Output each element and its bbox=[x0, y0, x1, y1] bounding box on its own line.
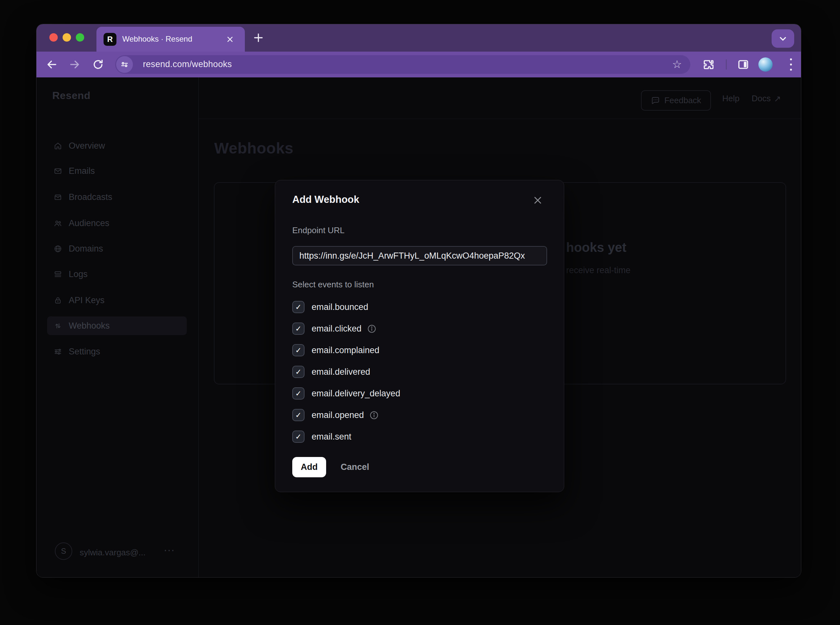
checkbox-checked-icon[interactable]: ✓ bbox=[292, 301, 305, 313]
tab-search-button[interactable] bbox=[772, 30, 794, 48]
chevron-down-icon bbox=[778, 33, 789, 44]
add-webhook-modal: Add Webhook Endpoint URL Select events t… bbox=[275, 180, 564, 492]
sidebar-divider bbox=[198, 78, 199, 577]
checkbox-checked-icon[interactable]: ✓ bbox=[292, 322, 305, 335]
empty-state-subtext-fragment: receive real-time bbox=[566, 266, 631, 275]
empty-state-heading-fragment: hooks yet bbox=[566, 240, 627, 255]
add-button[interactable]: Add bbox=[292, 457, 326, 477]
forward-icon[interactable] bbox=[69, 58, 81, 71]
url-text: resend.com/webhooks bbox=[143, 55, 232, 74]
resend-logo[interactable]: Resend bbox=[52, 90, 91, 102]
info-icon[interactable] bbox=[367, 324, 377, 334]
event-row: ✓ email.delivered bbox=[292, 365, 370, 379]
screenshot-root: R Webhooks · Resend bbox=[0, 0, 840, 625]
event-row: ✓ email.opened bbox=[292, 408, 379, 422]
logs-icon bbox=[54, 270, 62, 278]
browser-tab-bar: R Webhooks · Resend bbox=[36, 24, 801, 51]
tab-title: Webhooks · Resend bbox=[122, 27, 192, 51]
cancel-button[interactable]: Cancel bbox=[341, 457, 369, 477]
endpoint-url-input[interactable] bbox=[292, 246, 547, 266]
feedback-bubble-icon bbox=[651, 96, 660, 106]
traffic-light-minimize-icon[interactable] bbox=[62, 33, 71, 42]
external-link-icon: ↗ bbox=[774, 94, 781, 104]
site-settings-icon[interactable] bbox=[116, 56, 133, 73]
new-tab-button[interactable] bbox=[252, 31, 265, 44]
extensions-icon[interactable] bbox=[702, 58, 714, 71]
modal-title: Add Webhook bbox=[292, 194, 359, 205]
info-icon[interactable] bbox=[369, 410, 379, 420]
envelope-icon bbox=[54, 167, 62, 176]
events-label: Select events to listen bbox=[292, 280, 374, 289]
docs-link[interactable]: Docs ↗ bbox=[751, 93, 781, 104]
tab-close-icon[interactable] bbox=[225, 34, 235, 45]
sliders-icon bbox=[54, 347, 62, 356]
browser-menu-icon[interactable] bbox=[789, 58, 793, 71]
user-email: sylwia.vargas@... bbox=[80, 547, 145, 558]
sidebar-item-logs[interactable]: Logs bbox=[47, 265, 187, 283]
traffic-light-close-icon[interactable] bbox=[49, 33, 58, 42]
toolbar-divider bbox=[726, 59, 727, 70]
traffic-light-zoom-icon[interactable] bbox=[76, 33, 84, 42]
sidebar-item-api-keys[interactable]: API Keys bbox=[47, 291, 187, 309]
bookmark-star-icon[interactable]: ☆ bbox=[672, 55, 682, 74]
reload-icon[interactable] bbox=[92, 58, 104, 71]
broadcast-icon bbox=[54, 193, 62, 202]
event-row: ✓ email.delivery_delayed bbox=[292, 386, 400, 401]
checkbox-checked-icon[interactable]: ✓ bbox=[292, 409, 305, 421]
audiences-icon bbox=[54, 219, 62, 228]
event-row: ✓ email.complained bbox=[292, 343, 380, 357]
sidebar-item-domains[interactable]: Domains bbox=[47, 239, 187, 258]
header-divider bbox=[198, 119, 801, 119]
globe-icon bbox=[54, 244, 62, 253]
event-row: ✓ email.clicked bbox=[292, 322, 377, 336]
side-panel-icon[interactable] bbox=[737, 58, 749, 71]
sidebar-item-broadcasts[interactable]: Broadcasts bbox=[47, 188, 187, 207]
user-avatar[interactable]: S bbox=[55, 543, 72, 560]
help-link[interactable]: Help bbox=[722, 93, 739, 104]
tab-favicon: R bbox=[104, 33, 117, 46]
feedback-button[interactable]: Feedback bbox=[641, 90, 711, 110]
browser-toolbar: resend.com/webhooks ☆ bbox=[36, 51, 801, 78]
sidebar-item-emails[interactable]: Emails bbox=[47, 162, 187, 180]
home-icon bbox=[54, 141, 62, 150]
checkbox-checked-icon[interactable]: ✓ bbox=[292, 344, 305, 356]
sidebar-item-audiences[interactable]: Audiences bbox=[47, 214, 187, 233]
event-row: ✓ email.sent bbox=[292, 429, 351, 444]
back-icon[interactable] bbox=[45, 58, 58, 71]
close-icon[interactable] bbox=[532, 194, 544, 206]
sidebar-item-webhooks[interactable]: Webhooks bbox=[47, 316, 187, 335]
profile-avatar[interactable] bbox=[758, 58, 773, 72]
endpoint-url-label: Endpoint URL bbox=[292, 225, 345, 235]
lock-icon bbox=[54, 296, 62, 305]
checkbox-checked-icon[interactable]: ✓ bbox=[292, 431, 305, 443]
checkbox-checked-icon[interactable]: ✓ bbox=[292, 387, 305, 400]
browser-tab[interactable]: R Webhooks · Resend bbox=[96, 27, 245, 51]
sidebar-item-overview[interactable]: Overview bbox=[47, 137, 187, 155]
url-bar[interactable]: resend.com/webhooks ☆ bbox=[115, 55, 690, 74]
sidebar-item-settings[interactable]: Settings bbox=[47, 342, 187, 361]
page-title: Webhooks bbox=[214, 139, 294, 157]
webhooks-icon bbox=[54, 322, 62, 330]
user-menu-icon[interactable]: ··· bbox=[164, 545, 175, 556]
event-row: ✓ email.bounced bbox=[292, 300, 369, 314]
checkbox-checked-icon[interactable]: ✓ bbox=[292, 366, 305, 378]
